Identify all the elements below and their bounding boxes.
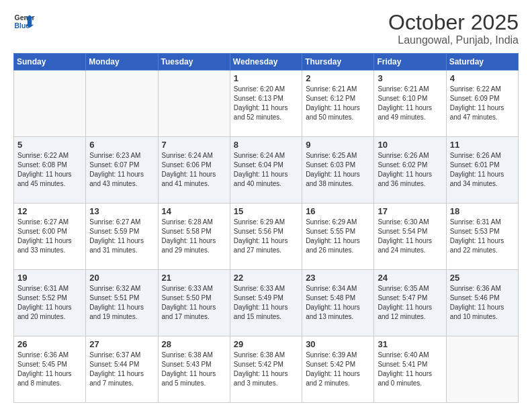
day-number: 4 [450,73,515,83]
weekday-header: Monday [86,54,158,71]
calendar-cell: 8Sunrise: 6:24 AM Sunset: 6:04 PM Daylig… [230,137,302,203]
cell-info: Sunrise: 6:20 AM Sunset: 6:13 PM Dayligh… [234,85,298,122]
calendar-cell: 3Sunrise: 6:21 AM Sunset: 6:10 PM Daylig… [374,71,446,137]
calendar-cell: 12Sunrise: 6:27 AM Sunset: 6:00 PM Dayli… [14,203,86,270]
day-number: 30 [306,339,370,349]
calendar-cell: 30Sunrise: 6:39 AM Sunset: 5:42 PM Dayli… [302,336,374,403]
day-number: 16 [306,206,370,216]
day-number: 20 [89,273,154,283]
cell-info: Sunrise: 6:22 AM Sunset: 6:09 PM Dayligh… [450,85,515,122]
calendar-cell: 17Sunrise: 6:30 AM Sunset: 5:54 PM Dayli… [374,203,446,270]
day-number: 31 [378,339,442,349]
calendar-cell: 13Sunrise: 6:27 AM Sunset: 5:59 PM Dayli… [86,203,158,270]
calendar-cell: 19Sunrise: 6:31 AM Sunset: 5:52 PM Dayli… [14,270,86,336]
weekday-header: Thursday [302,54,374,71]
day-number: 11 [450,140,515,150]
calendar-cell [86,71,158,137]
location: Laungowal, Punjab, India [388,34,519,46]
cell-info: Sunrise: 6:31 AM Sunset: 5:52 PM Dayligh… [17,284,82,322]
calendar-cell: 15Sunrise: 6:29 AM Sunset: 5:56 PM Dayli… [230,203,302,270]
weekday-header: Sunday [14,54,86,71]
day-number: 5 [17,140,82,150]
day-number: 18 [450,206,515,216]
calendar-cell: 29Sunrise: 6:38 AM Sunset: 5:42 PM Dayli… [230,336,302,403]
day-number: 29 [234,339,298,349]
cell-info: Sunrise: 6:27 AM Sunset: 5:59 PM Dayligh… [89,218,154,255]
cell-info: Sunrise: 6:38 AM Sunset: 5:43 PM Dayligh… [162,351,226,388]
calendar-cell: 23Sunrise: 6:34 AM Sunset: 5:48 PM Dayli… [302,270,374,336]
day-number: 25 [450,273,515,283]
cell-info: Sunrise: 6:27 AM Sunset: 6:00 PM Dayligh… [17,218,82,255]
cell-info: Sunrise: 6:26 AM Sunset: 6:02 PM Dayligh… [378,151,442,189]
title-block: October 2025 Laungowal, Punjab, India [388,11,519,46]
calendar-cell [446,336,518,403]
cell-info: Sunrise: 6:31 AM Sunset: 5:53 PM Dayligh… [450,218,515,255]
calendar-cell: 22Sunrise: 6:33 AM Sunset: 5:49 PM Dayli… [230,270,302,336]
calendar-cell: 11Sunrise: 6:26 AM Sunset: 6:01 PM Dayli… [446,137,518,203]
weekday-header: Friday [374,54,446,71]
calendar-cell: 18Sunrise: 6:31 AM Sunset: 5:53 PM Dayli… [446,203,518,270]
day-number: 2 [306,73,370,83]
cell-info: Sunrise: 6:23 AM Sunset: 6:07 PM Dayligh… [89,151,154,189]
day-number: 10 [378,140,442,150]
calendar-cell: 7Sunrise: 6:24 AM Sunset: 6:06 PM Daylig… [158,137,230,203]
cell-info: Sunrise: 6:33 AM Sunset: 5:49 PM Dayligh… [234,284,298,322]
day-number: 13 [89,206,154,216]
cell-info: Sunrise: 6:28 AM Sunset: 5:58 PM Dayligh… [162,218,226,255]
calendar-cell: 31Sunrise: 6:40 AM Sunset: 5:41 PM Dayli… [374,336,446,403]
calendar-cell: 5Sunrise: 6:22 AM Sunset: 6:08 PM Daylig… [14,137,86,203]
day-number: 8 [234,140,298,150]
calendar-cell: 4Sunrise: 6:22 AM Sunset: 6:09 PM Daylig… [446,71,518,137]
cell-info: Sunrise: 6:39 AM Sunset: 5:42 PM Dayligh… [306,351,370,388]
calendar-cell: 26Sunrise: 6:36 AM Sunset: 5:45 PM Dayli… [14,336,86,403]
day-number: 14 [162,206,226,216]
day-number: 19 [17,273,82,283]
calendar-cell: 10Sunrise: 6:26 AM Sunset: 6:02 PM Dayli… [374,137,446,203]
day-number: 21 [162,273,226,283]
cell-info: Sunrise: 6:33 AM Sunset: 5:50 PM Dayligh… [162,284,226,322]
cell-info: Sunrise: 6:36 AM Sunset: 5:45 PM Dayligh… [17,351,82,388]
cell-info: Sunrise: 6:21 AM Sunset: 6:10 PM Dayligh… [378,85,442,122]
day-number: 7 [162,140,226,150]
cell-info: Sunrise: 6:36 AM Sunset: 5:46 PM Dayligh… [450,284,515,322]
calendar-cell: 27Sunrise: 6:37 AM Sunset: 5:44 PM Dayli… [86,336,158,403]
calendar-cell: 9Sunrise: 6:25 AM Sunset: 6:03 PM Daylig… [302,137,374,203]
calendar-cell: 21Sunrise: 6:33 AM Sunset: 5:50 PM Dayli… [158,270,230,336]
cell-info: Sunrise: 6:29 AM Sunset: 5:56 PM Dayligh… [234,218,298,255]
calendar: SundayMondayTuesdayWednesdayThursdayFrid… [13,53,519,403]
day-number: 28 [162,339,226,349]
calendar-cell: 2Sunrise: 6:21 AM Sunset: 6:12 PM Daylig… [302,71,374,137]
cell-info: Sunrise: 6:24 AM Sunset: 6:06 PM Dayligh… [162,151,226,189]
day-number: 17 [378,206,442,216]
calendar-cell [14,71,86,137]
day-number: 24 [378,273,442,283]
calendar-cell: 16Sunrise: 6:29 AM Sunset: 5:55 PM Dayli… [302,203,374,270]
day-number: 23 [306,273,370,283]
day-number: 15 [234,206,298,216]
logo-icon: General Blue [13,11,35,32]
calendar-cell: 25Sunrise: 6:36 AM Sunset: 5:46 PM Dayli… [446,270,518,336]
cell-info: Sunrise: 6:22 AM Sunset: 6:08 PM Dayligh… [17,151,82,189]
logo: General Blue [13,11,35,32]
day-number: 12 [17,206,82,216]
day-number: 3 [378,73,442,83]
month-title: October 2025 [388,11,519,34]
calendar-cell: 24Sunrise: 6:35 AM Sunset: 5:47 PM Dayli… [374,270,446,336]
day-number: 22 [234,273,298,283]
calendar-cell [158,71,230,137]
day-number: 27 [89,339,154,349]
day-number: 26 [17,339,82,349]
cell-info: Sunrise: 6:35 AM Sunset: 5:47 PM Dayligh… [378,284,442,322]
calendar-cell: 14Sunrise: 6:28 AM Sunset: 5:58 PM Dayli… [158,203,230,270]
calendar-cell: 20Sunrise: 6:32 AM Sunset: 5:51 PM Dayli… [86,270,158,336]
calendar-cell: 6Sunrise: 6:23 AM Sunset: 6:07 PM Daylig… [86,137,158,203]
calendar-cell: 1Sunrise: 6:20 AM Sunset: 6:13 PM Daylig… [230,71,302,137]
cell-info: Sunrise: 6:37 AM Sunset: 5:44 PM Dayligh… [89,351,154,388]
day-number: 6 [89,140,154,150]
day-number: 1 [234,73,298,83]
cell-info: Sunrise: 6:29 AM Sunset: 5:55 PM Dayligh… [306,218,370,255]
cell-info: Sunrise: 6:25 AM Sunset: 6:03 PM Dayligh… [306,151,370,189]
day-number: 9 [306,140,370,150]
calendar-cell: 28Sunrise: 6:38 AM Sunset: 5:43 PM Dayli… [158,336,230,403]
weekday-header: Saturday [446,54,518,71]
